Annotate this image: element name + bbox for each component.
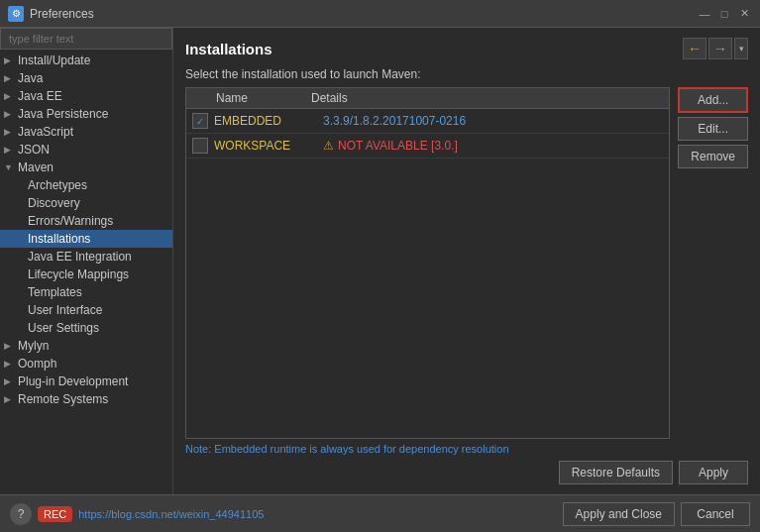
window-title: Preferences <box>30 7 697 21</box>
bottom-left: ? REC https://blog.csdn.net/weixin_44941… <box>10 503 557 525</box>
cancel-button[interactable]: Cancel <box>681 502 750 526</box>
installations-table: Name Details ✓ EMBEDDED 3.3.9/1.8.2.2017… <box>185 87 670 439</box>
nav-dropdown-button[interactable]: ▾ <box>734 38 748 59</box>
row-checkbox[interactable]: ✓ <box>192 138 208 154</box>
titlebar: ⚙ Preferences — □ ✕ <box>0 0 760 28</box>
maximize-button[interactable]: □ <box>716 6 732 22</box>
arrow-icon: ▶ <box>4 55 18 65</box>
sidebar-item-javascript[interactable]: ▶ JavaScript <box>0 123 172 141</box>
sidebar-item-label: Templates <box>28 285 168 299</box>
sidebar-item-installations[interactable]: Installations <box>0 230 172 248</box>
row-detail: 3.3.9/1.8.2.20171007-0216 <box>323 114 663 128</box>
filter-input[interactable] <box>0 28 172 50</box>
action-row: Restore Defaults Apply <box>185 461 748 484</box>
sidebar-item-java-ee-integration[interactable]: Java EE Integration <box>0 248 172 266</box>
arrow-icon: ▶ <box>4 376 18 386</box>
arrow-icon: ▶ <box>4 127 18 137</box>
nav-arrows: ← → ▾ <box>683 38 748 59</box>
arrow-icon: ▶ <box>4 145 18 155</box>
sidebar-item-archetypes[interactable]: Archetypes <box>0 176 172 194</box>
sidebar-item-errors-warnings[interactable]: Errors/Warnings <box>0 212 172 230</box>
sidebar-item-label: User Interface <box>28 303 168 317</box>
sidebar-item-label: User Settings <box>28 321 168 335</box>
table-row[interactable]: ✓ EMBEDDED 3.3.9/1.8.2.20171007-0216 <box>186 109 669 134</box>
content-area: Installations ← → ▾ Select the installat… <box>173 28 760 494</box>
sidebar-item-label: Install/Update <box>18 53 168 67</box>
help-icon[interactable]: ? <box>10 503 32 525</box>
url-text: https://blog.csdn.net/weixin_44941105 <box>78 508 264 520</box>
sidebar: ▶ Install/Update ▶ Java ▶ Java EE ▶ Java… <box>0 28 173 494</box>
rec-button[interactable]: REC <box>38 506 72 522</box>
sidebar-item-label: Mylyn <box>18 339 168 353</box>
note-text: Note: Embedded runtime is always used fo… <box>185 443 748 455</box>
sidebar-item-label: Maven <box>18 160 168 174</box>
sidebar-item-templates[interactable]: Templates <box>0 283 172 301</box>
sidebar-item-label: Oomph <box>18 357 168 371</box>
content-subtitle: Select the installation used to launch M… <box>185 67 748 81</box>
arrow-icon: ▼ <box>4 162 18 172</box>
edit-button[interactable]: Edit... <box>678 117 748 141</box>
sidebar-item-label: Installations <box>28 232 168 246</box>
sidebar-item-label: JavaScript <box>18 125 168 139</box>
sidebar-item-json[interactable]: ▶ JSON <box>0 141 172 159</box>
sidebar-item-label: Lifecycle Mappings <box>28 267 168 281</box>
app-icon: ⚙ <box>8 6 24 22</box>
page-title: Installations <box>185 41 272 57</box>
arrow-icon: ▶ <box>4 341 18 351</box>
sidebar-item-label: Java EE Integration <box>28 250 168 264</box>
content-header: Installations ← → ▾ <box>185 38 748 59</box>
sidebar-item-java-persistence[interactable]: ▶ Java Persistence <box>0 105 172 123</box>
remove-button[interactable]: Remove <box>678 145 748 168</box>
sidebar-item-java-ee[interactable]: ▶ Java EE <box>0 87 172 105</box>
arrow-icon: ▶ <box>4 73 18 83</box>
sidebar-item-label: Discovery <box>28 196 168 210</box>
bottom-toolbar: ? REC https://blog.csdn.net/weixin_44941… <box>0 494 760 532</box>
apply-button[interactable]: Apply <box>679 461 748 484</box>
table-row[interactable]: ✓ WORKSPACE ⚠ NOT AVAILABLE [3.0.] <box>186 134 669 159</box>
minimize-button[interactable]: — <box>697 6 712 22</box>
col-name-header: Name <box>192 91 311 105</box>
sidebar-item-label: Remote Systems <box>18 392 168 406</box>
arrow-icon: ▶ <box>4 359 18 369</box>
sidebar-item-label: Java Persistence <box>18 107 168 121</box>
sidebar-item-label: Java <box>18 71 168 85</box>
forward-button[interactable]: → <box>708 38 732 59</box>
row-checkbox[interactable]: ✓ <box>192 113 208 129</box>
sidebar-item-lifecycle-mappings[interactable]: Lifecycle Mappings <box>0 266 172 283</box>
sidebar-item-user-settings[interactable]: User Settings <box>0 319 172 337</box>
row-name: EMBEDDED <box>214 114 323 128</box>
row-name: WORKSPACE <box>214 139 323 153</box>
restore-defaults-button[interactable]: Restore Defaults <box>559 461 673 484</box>
table-with-buttons: Name Details ✓ EMBEDDED 3.3.9/1.8.2.2017… <box>185 87 748 439</box>
arrow-icon: ▶ <box>4 91 18 101</box>
right-buttons: Add... Edit... Remove <box>678 87 748 439</box>
sidebar-item-java[interactable]: ▶ Java <box>0 69 172 87</box>
main-layout: ▶ Install/Update ▶ Java ▶ Java EE ▶ Java… <box>0 28 760 494</box>
sidebar-item-mylyn[interactable]: ▶ Mylyn <box>0 337 172 355</box>
sidebar-item-label: JSON <box>18 143 168 157</box>
add-button[interactable]: Add... <box>678 87 748 113</box>
window-controls: — □ ✕ <box>697 6 752 22</box>
sidebar-item-label: Errors/Warnings <box>28 214 168 228</box>
sidebar-item-label: Plug-in Development <box>18 374 168 388</box>
sidebar-item-plugin-development[interactable]: ▶ Plug-in Development <box>0 372 172 390</box>
sidebar-item-label: Archetypes <box>28 178 168 192</box>
sidebar-item-maven[interactable]: ▼ Maven <box>0 159 172 176</box>
sidebar-item-install-update[interactable]: ▶ Install/Update <box>0 52 172 69</box>
sidebar-item-remote-systems[interactable]: ▶ Remote Systems <box>0 390 172 408</box>
col-details-header: Details <box>311 91 663 105</box>
sidebar-item-discovery[interactable]: Discovery <box>0 194 172 212</box>
table-header: Name Details <box>186 88 669 109</box>
back-button[interactable]: ← <box>683 38 706 59</box>
arrow-icon: ▶ <box>4 109 18 119</box>
apply-close-button[interactable]: Apply and Close <box>563 502 675 526</box>
sidebar-item-oomph[interactable]: ▶ Oomph <box>0 355 172 372</box>
sidebar-item-user-interface[interactable]: User Interface <box>0 301 172 319</box>
warning-icon: ⚠ <box>323 139 334 153</box>
close-button[interactable]: ✕ <box>736 6 752 22</box>
row-detail: NOT AVAILABLE [3.0.] <box>338 139 663 153</box>
sidebar-item-label: Java EE <box>18 89 168 103</box>
arrow-icon: ▶ <box>4 394 18 404</box>
